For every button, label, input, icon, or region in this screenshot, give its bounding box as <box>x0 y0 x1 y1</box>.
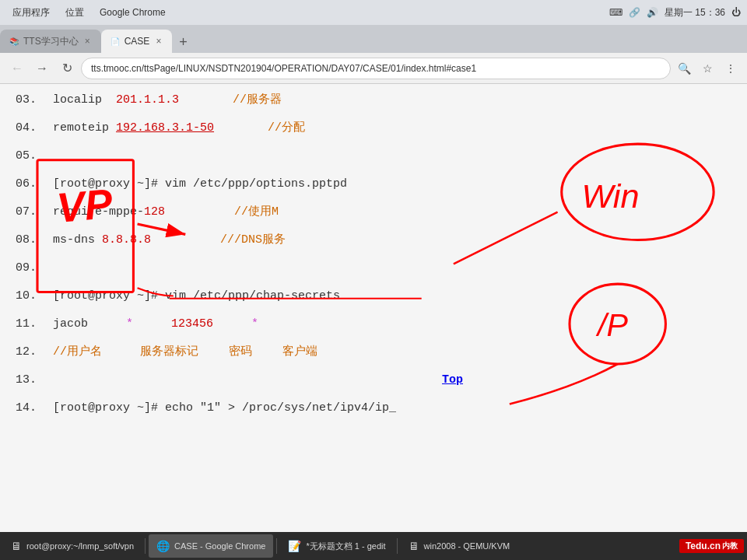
code-line-03: 03. localip 201.1.1.3 //服务器 <box>16 90 731 118</box>
taskbar-item-qemu[interactable]: 🖥 win2008 - QEMU/KVM <box>401 534 518 558</box>
line-content-03: localip 201.1.1.3 //服务器 <box>53 90 731 110</box>
line-content-08: ms-dns 8.8.8.8 ///DNS服务 <box>53 230 731 250</box>
page-content[interactable]: 03. localip 201.1.1.3 //服务器 04. remoteip… <box>0 84 747 532</box>
volume-icon: 🔊 <box>647 7 658 18</box>
code-line-04: 04. remoteip 192.168.3.1-50 //分配 <box>16 118 731 146</box>
taskbar-label-terminal: root@proxy:~/lnmp_soft/vpn <box>26 541 134 551</box>
tedu-logo: Tedu.cn 内教 <box>679 539 744 553</box>
line-num-04: 04. <box>16 118 53 138</box>
chrome-icon: 🌐 <box>156 540 170 552</box>
tedu-sub: 内教 <box>722 541 738 551</box>
gedit-icon: 📝 <box>288 540 301 552</box>
line-content-09 <box>53 258 731 278</box>
nav-bar: ← → ↻ tts.tmooc.cn/ttsPage/LINUX/NSDTN20… <box>0 53 747 84</box>
line-content-13: Top <box>53 370 731 390</box>
url-text: tts.tmooc.cn/ttsPage/LINUX/NSDTN201904/O… <box>91 63 476 74</box>
taskbar: 🖥 root@proxy:~/lnmp_soft/vpn 🌐 CASE - Go… <box>0 532 747 560</box>
tab-tts[interactable]: 📚 TTS学习中心 × <box>0 30 101 53</box>
taskbar-item-chrome[interactable]: 🌐 CASE - Google Chrome <box>149 534 273 558</box>
top-link[interactable]: Top <box>442 373 463 387</box>
line-content-10: [root@proxy ~]# vim /etc/ppp/chap-secret… <box>53 286 731 306</box>
title-bar: 应用程序 位置 Google Chrome ⌨ 🔗 🔊 星期一 15：36 ⏻ <box>0 0 747 25</box>
line-07-comment: //使用M <box>234 205 279 219</box>
forward-button[interactable]: → <box>31 58 53 79</box>
menu-google-chrome[interactable]: Google Chrome <box>93 5 172 19</box>
line-11-star1: * <box>126 317 133 331</box>
taskbar-label-gedit: *无标题文档 1 - gedit <box>306 541 385 552</box>
tab-favicon-tts: 📚 <box>9 37 19 46</box>
taskbar-divider-2 <box>276 538 277 554</box>
line-07-num: 128 <box>144 205 165 219</box>
code-line-07: 07. require-mppe-128 //使用M <box>16 202 731 230</box>
reload-button[interactable]: ↻ <box>56 58 78 79</box>
line-03-ip: 201.1.1.3 <box>116 93 179 107</box>
title-bar-right: ⌨ 🔗 🔊 星期一 15：36 ⏻ <box>609 6 741 19</box>
tab-label-tts: TTS学习中心 <box>23 35 79 48</box>
taskbar-divider-3 <box>397 538 398 554</box>
line-04-ip: 192.168.3.1-50 <box>116 121 214 135</box>
taskbar-divider-1 <box>145 538 146 554</box>
line-07-text: require-mppe- <box>53 205 144 219</box>
line-content-05 <box>53 146 731 166</box>
content-area: 03. localip 201.1.1.3 //服务器 04. remoteip… <box>0 84 747 532</box>
line-content-12: //用户名 服务器标记 密码 客户端 <box>53 342 731 362</box>
tab-favicon-case: 📄 <box>110 37 120 46</box>
menu-position[interactable]: 位置 <box>59 5 90 21</box>
code-line-13: 13. Top <box>16 370 731 398</box>
code-line-06: 06. [root@proxy ~]# vim /etc/ppp/options… <box>16 174 731 202</box>
line-12-username: //用户名 <box>53 345 102 359</box>
line-num-07: 07. <box>16 202 53 222</box>
line-num-13: 13. <box>16 370 53 390</box>
line-12-client: 客户端 <box>282 345 317 359</box>
taskbar-item-terminal[interactable]: 🖥 root@proxy:~/lnmp_soft/vpn <box>3 534 142 558</box>
line-content-11: jacob * 123456 * <box>53 314 731 334</box>
line-content-07: require-mppe-128 //使用M <box>53 202 731 222</box>
chrome-window: 应用程序 位置 Google Chrome ⌨ 🔗 🔊 星期一 15：36 ⏻ … <box>0 0 747 560</box>
line-11-user: jacob <box>53 317 88 331</box>
taskbar-item-gedit[interactable]: 📝 *无标题文档 1 - gedit <box>280 534 393 558</box>
tab-close-case[interactable]: × <box>154 36 163 47</box>
bookmark-icon[interactable]: ☆ <box>697 58 717 79</box>
line-12-password: 密码 <box>229 345 252 359</box>
line-12-server: 服务器标记 <box>140 345 198 359</box>
line-08-comment: ///DNS服务 <box>220 233 286 247</box>
line-11-star2: * <box>251 317 258 331</box>
line-08-text: ms-dns <box>53 233 102 247</box>
tedu-text: Tedu.cn <box>686 541 721 551</box>
code-line-09: 09. <box>16 258 731 286</box>
line-num-08: 08. <box>16 230 53 250</box>
line-08-dns: 8.8.8.8 <box>102 233 151 247</box>
search-icon[interactable]: 🔍 <box>674 58 694 79</box>
menu-applications[interactable]: 应用程序 <box>6 5 56 21</box>
line-11-pass: 123456 <box>171 317 213 331</box>
code-line-10: 10. [root@proxy ~]# vim /etc/ppp/chap-se… <box>16 286 731 314</box>
new-tab-button[interactable]: + <box>172 31 194 53</box>
line-03-comment: //服务器 <box>233 93 282 107</box>
line-num-09: 09. <box>16 258 53 278</box>
taskbar-label-qemu: win2008 - QEMU/KVM <box>424 541 510 551</box>
address-bar[interactable]: tts.tmooc.cn/ttsPage/LINUX/NSDTN201904/O… <box>81 58 671 79</box>
back-button[interactable]: ← <box>6 58 28 79</box>
line-num-14: 14. <box>16 398 53 418</box>
taskbar-label-chrome: CASE - Google Chrome <box>174 541 265 551</box>
power-icon: ⏻ <box>731 7 741 18</box>
keyboard-icon: ⌨ <box>609 7 622 18</box>
code-line-05: 05. <box>16 146 731 174</box>
terminal-icon: 🖥 <box>11 540 22 552</box>
tab-case[interactable]: 📄 CASE × <box>101 30 173 53</box>
line-num-12: 12. <box>16 342 53 362</box>
taskbar-right: Tedu.cn 内教 <box>679 539 744 553</box>
tab-close-tts[interactable]: × <box>83 36 92 47</box>
tab-bar: 📚 TTS学习中心 × 📄 CASE × + <box>0 25 747 53</box>
qemu-icon: 🖥 <box>409 540 419 552</box>
code-line-08: 08. ms-dns 8.8.8.8 ///DNS服务 <box>16 230 731 258</box>
clock: 星期一 15：36 <box>665 6 725 19</box>
line-num-05: 05. <box>16 146 53 166</box>
menu-icon[interactable]: ⋮ <box>721 58 741 79</box>
line-content-06: [root@proxy ~]# vim /etc/ppp/options.ppt… <box>53 174 731 194</box>
line-num-11: 11. <box>16 314 53 334</box>
line-04-comment: //分配 <box>268 121 305 135</box>
network-icon: 🔗 <box>629 7 640 18</box>
line-04-text: remoteip <box>53 121 116 135</box>
code-line-14: 14. [root@proxy ~]# echo "1" > /proc/sys… <box>16 398 731 426</box>
